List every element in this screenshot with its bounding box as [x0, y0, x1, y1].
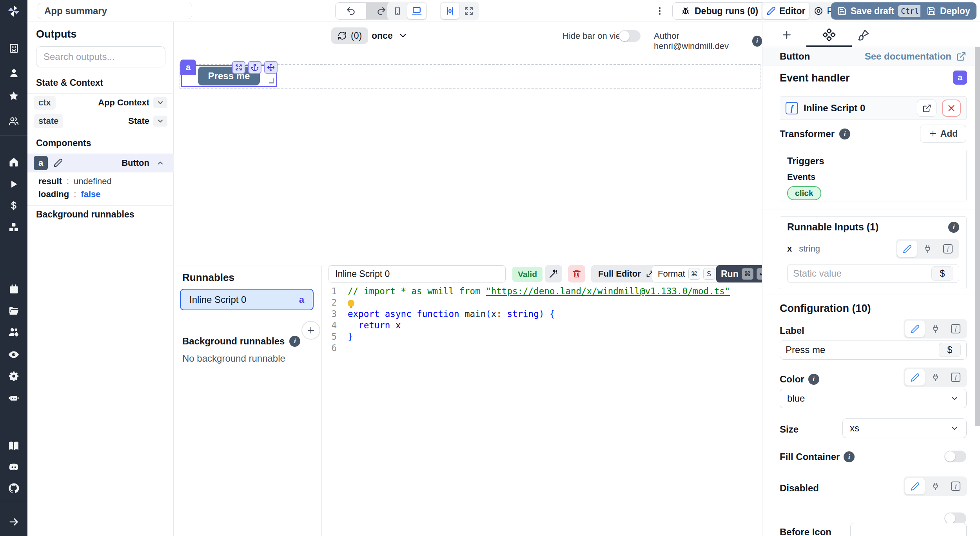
favorites-star-icon[interactable]	[0, 88, 27, 104]
label-value-field[interactable]: $	[780, 340, 967, 360]
size-select[interactable]: xs	[842, 418, 967, 438]
static-mode-button[interactable]	[905, 321, 925, 337]
windmill-logo[interactable]	[0, 3, 27, 19]
insert-component-tab[interactable]	[779, 27, 795, 42]
refresh-button[interactable]: (0)	[331, 27, 368, 44]
connect-mode-button[interactable]	[926, 478, 945, 494]
code-lines[interactable]: 1// import * as wmill from "https://deno…	[322, 286, 762, 354]
app-canvas[interactable]: (0) once Hide bar on view Author henri@w…	[174, 22, 762, 266]
eval-mode-button[interactable]: f	[946, 321, 965, 337]
info-icon[interactable]: i	[844, 451, 855, 462]
run-mode-dropdown[interactable]: once	[372, 27, 408, 44]
static-mode-button[interactable]	[897, 241, 917, 257]
panel-scrollbar[interactable]	[975, 47, 980, 426]
external-link-icon	[922, 104, 931, 113]
info-icon[interactable]: i	[289, 336, 300, 347]
label-field-label: Label	[780, 325, 804, 336]
docs-book-icon[interactable]	[0, 438, 27, 454]
fill-container-toggle[interactable]	[944, 451, 966, 462]
anchor-component-button[interactable]	[248, 61, 261, 74]
groups-admin-icon[interactable]	[0, 324, 27, 340]
dollar-template-button[interactable]: $	[931, 266, 953, 281]
deploy-button[interactable]: Deploy	[920, 2, 976, 20]
result-prop[interactable]: result : undefined	[38, 176, 112, 187]
static-value-input[interactable]	[793, 268, 931, 279]
search-outputs-input[interactable]	[36, 46, 165, 67]
ai-wand-button[interactable]	[545, 265, 562, 282]
color-select[interactable]: blue	[780, 389, 967, 408]
debug-runs-button[interactable]: Debug runs (0)	[672, 2, 766, 20]
resources-boxes-icon[interactable]	[0, 219, 27, 235]
settings-gear-icon[interactable]	[0, 368, 27, 384]
schedules-calendar-icon[interactable]	[0, 281, 27, 297]
discord-icon[interactable]	[0, 459, 27, 475]
expand-component-button[interactable]	[232, 61, 245, 74]
component-collapse-button[interactable]	[153, 158, 167, 168]
styling-brush-tab[interactable]	[856, 27, 871, 42]
connect-mode-button[interactable]	[926, 321, 945, 337]
eval-mode-button[interactable]: f	[946, 478, 965, 494]
add-transformer-button[interactable]: Add	[920, 125, 966, 143]
component-settings-tab[interactable]	[821, 27, 837, 42]
resize-handle[interactable]	[269, 78, 274, 83]
static-mode-button[interactable]	[905, 369, 925, 386]
github-icon[interactable]	[0, 480, 27, 496]
runs-play-icon[interactable]	[0, 176, 27, 192]
state-row[interactable]: state State	[27, 112, 174, 130]
component-type-strip: Button See documentation	[762, 47, 980, 65]
audit-eye-icon[interactable]	[0, 347, 27, 362]
script-name-input[interactable]	[328, 265, 506, 282]
users-icon[interactable]	[0, 113, 27, 129]
undo-button[interactable]	[336, 3, 366, 19]
info-icon[interactable]: i	[839, 129, 850, 139]
state-context-header: State & Context	[36, 78, 103, 88]
info-icon[interactable]: i	[808, 374, 819, 385]
move-component-button[interactable]	[264, 61, 278, 74]
remove-script-button[interactable]	[942, 100, 961, 117]
desktop-view-button[interactable]	[407, 3, 426, 19]
state-expand-button[interactable]	[153, 116, 167, 127]
user-icon[interactable]	[0, 65, 27, 81]
component-a-row[interactable]: a Button	[27, 154, 174, 172]
mobile-view-button[interactable]	[388, 3, 407, 19]
more-menu-button[interactable]	[653, 5, 666, 17]
variables-dollar-icon[interactable]	[0, 198, 27, 214]
inline-script-item[interactable]: Inline Script 0 a	[180, 289, 314, 310]
ctx-type-label: App Context	[98, 98, 149, 108]
eval-mode-button[interactable]: f	[946, 369, 965, 386]
see-documentation-link[interactable]: See documentation	[865, 51, 966, 62]
before-icon-select[interactable]	[850, 523, 967, 536]
home-icon[interactable]	[0, 154, 27, 170]
format-button[interactable]: Format ⌘ S	[652, 265, 721, 282]
static-value-field[interactable]: $	[787, 264, 959, 283]
runnable-component-badge: a	[299, 294, 304, 305]
ctx-row[interactable]: ctx App Context	[27, 93, 174, 112]
info-icon[interactable]: i	[752, 36, 762, 47]
collapse-arrow-icon[interactable]	[0, 514, 27, 530]
pencil-icon	[903, 244, 912, 254]
workers-bot-icon[interactable]	[0, 390, 27, 406]
info-icon[interactable]: i	[948, 222, 959, 233]
full-editor-button[interactable]: Full Editor	[591, 265, 661, 282]
workspace-icon[interactable]	[0, 40, 27, 56]
label-value-input[interactable]	[786, 344, 939, 355]
static-mode-button[interactable]	[905, 478, 925, 494]
dollar-template-button[interactable]: $	[939, 343, 961, 357]
open-script-button[interactable]	[917, 100, 936, 117]
loading-prop[interactable]: loading : false	[38, 189, 101, 199]
connect-mode-button[interactable]	[926, 369, 945, 386]
center-align-button[interactable]	[441, 3, 459, 19]
hide-bar-toggle[interactable]	[619, 30, 641, 42]
rename-pencil-icon[interactable]	[53, 158, 63, 168]
connect-mode-button[interactable]	[918, 241, 937, 257]
ctx-expand-button[interactable]	[153, 97, 167, 108]
app-summary-input[interactable]	[38, 3, 192, 19]
move-icon	[267, 63, 275, 71]
redo-icon	[376, 6, 387, 16]
add-background-runnable-button[interactable]	[301, 321, 320, 340]
eval-mode-button[interactable]: f	[938, 241, 958, 257]
fullscreen-button[interactable]	[460, 3, 478, 19]
folders-icon[interactable]	[0, 303, 27, 319]
delete-script-button[interactable]	[568, 265, 585, 282]
editor-tab[interactable]: Editor	[762, 3, 809, 19]
